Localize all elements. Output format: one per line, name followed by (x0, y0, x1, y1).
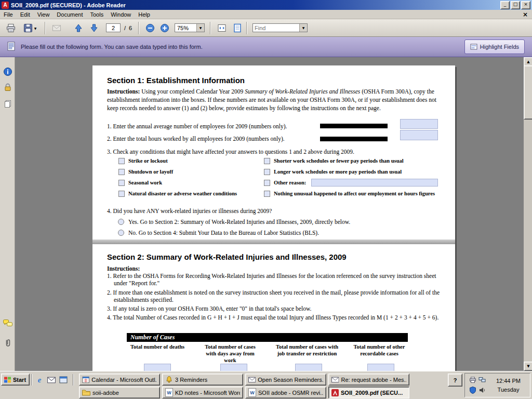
previous-page-button[interactable] (72, 21, 85, 35)
checkbox-shorter-schedules[interactable] (264, 158, 270, 164)
checkbox-label: Longer work schedules or more pay period… (274, 169, 402, 175)
save-button[interactable]: ▼ (20, 21, 39, 35)
menu-edit[interactable]: Edit (17, 10, 34, 19)
radio-yes[interactable] (118, 219, 124, 225)
checkbox-other-reason[interactable] (264, 180, 270, 186)
maximize-button[interactable]: □ (511, 1, 520, 9)
menu-help[interactable]: Help (135, 10, 154, 19)
title-bar[interactable]: A SOII_2009.pdf (SECURED) - Adobe Reader… (0, 0, 532, 10)
network-tray-icon[interactable] (478, 377, 486, 384)
employees-count-field[interactable] (400, 119, 438, 129)
taskbar-button-open-season[interactable]: Open Season Reminders... (245, 374, 326, 385)
taskbar-button-soii-pdf-active[interactable]: SOII_2009.pdf (SECU... (328, 387, 409, 398)
radio-no[interactable] (118, 230, 124, 236)
email-icon (51, 23, 62, 33)
chevron-down-icon[interactable]: ▼ (299, 24, 307, 32)
info-icon (3, 67, 12, 76)
taskbar-button-soii-osmr-word[interactable]: W SOII adobe - OSMR revi... (245, 387, 326, 398)
comments-icon (3, 318, 13, 328)
taskbar-divider (31, 374, 32, 385)
days-away-field[interactable] (220, 364, 247, 371)
highlight-fields-button[interactable]: Highlight Fields (464, 39, 525, 54)
calendar-icon (82, 376, 89, 383)
security-panel-button[interactable] (3, 82, 13, 92)
checkbox-shutdown-layoff[interactable] (118, 169, 125, 175)
clock-day: Tuesday (487, 385, 530, 394)
email-launcher[interactable] (46, 375, 57, 385)
internet-explorer-launcher[interactable]: e (34, 375, 45, 385)
other-recordable-field[interactable] (367, 364, 394, 371)
comments-panel-button[interactable] (3, 318, 13, 328)
fit-width-button[interactable] (215, 21, 229, 35)
fit-page-button[interactable] (231, 21, 244, 35)
email-button[interactable] (50, 21, 63, 35)
minimize-button[interactable]: _ (500, 1, 510, 9)
instructions-label: Instructions: (107, 88, 140, 95)
zoom-out-icon (145, 23, 155, 33)
vertical-scrollbar[interactable]: ▲ ▼ (524, 57, 532, 371)
menu-view[interactable]: View (34, 10, 54, 19)
menu-window[interactable]: Window (107, 10, 135, 19)
checkbox-strike-lockout[interactable] (118, 158, 125, 164)
volume-tray-icon[interactable] (479, 387, 486, 394)
lock-icon (3, 83, 12, 92)
scroll-down-button[interactable]: ▼ (524, 362, 532, 371)
job-transfer-field[interactable] (295, 364, 322, 371)
checkbox-seasonal-work[interactable] (118, 180, 125, 186)
clock-time: 12:44 PM (487, 377, 530, 385)
taskbar-button-soii-folder[interactable]: soii-adobe (79, 387, 160, 398)
checkbox-label: Nothing unusual happened to affect our e… (274, 191, 435, 196)
print-button[interactable] (4, 21, 18, 35)
menu-tools[interactable]: Tools (87, 10, 108, 19)
taskbar-button-reminders[interactable]: 3 Reminders (162, 374, 243, 385)
find-input[interactable] (253, 25, 299, 31)
navigation-panel-strip (0, 57, 15, 371)
find-box[interactable]: ▼ (252, 23, 308, 32)
hours-worked-field[interactable] (400, 130, 438, 140)
close-document-icon[interactable]: × (523, 11, 528, 18)
bell-icon (165, 376, 173, 383)
scrollbar-thumb[interactable] (524, 65, 532, 119)
checkbox-natural-disaster[interactable] (118, 191, 125, 197)
attachments-panel-button[interactable] (3, 338, 13, 348)
zoom-out-button[interactable] (143, 21, 157, 35)
column-header-other-recordable: Total number of other recordable cases (347, 343, 411, 357)
checkbox-label: Other reason: (274, 180, 306, 185)
toolbar-separator (210, 22, 211, 34)
chevron-down-icon[interactable]: ▼ (196, 24, 204, 32)
how-to-panel-button[interactable] (3, 66, 13, 77)
internet-explorer-icon: e (38, 376, 42, 384)
section2-instructions-label: Instructions: (107, 264, 140, 273)
tray-icon-group (468, 375, 487, 396)
instruction-item: 4. The total Number of Cases recorded in… (107, 314, 447, 321)
number-of-cases-header: Number of Cases (127, 333, 408, 342)
zoom-in-button[interactable] (158, 21, 171, 35)
checkbox-longer-schedules[interactable] (264, 169, 270, 175)
windows-logo-icon (4, 376, 11, 383)
section-divider (92, 240, 455, 244)
arrow-down-icon (89, 23, 99, 33)
instructions-italic: Summary of Work-Related Injuries and Ill… (245, 88, 360, 95)
security-shield-tray-icon[interactable] (470, 387, 476, 395)
deaths-field[interactable] (144, 364, 171, 371)
taskbar-button-kd-notes-word[interactable]: W KD notes - Microsoft Word (162, 387, 243, 398)
start-button[interactable]: Start (1, 374, 30, 385)
taskbar-button-outlook-calendar[interactable]: Calendar - Microsoft Outl... (79, 374, 160, 385)
taskbar-button-re-request[interactable]: Re: request adobe - Mes... (328, 374, 409, 385)
pages-icon (3, 99, 12, 109)
taskbar-button-label: KD notes - Microsoft Word (175, 390, 240, 396)
zoom-in-icon (159, 23, 170, 33)
printer-tray-icon[interactable] (469, 377, 476, 384)
other-reason-field[interactable] (311, 179, 438, 187)
menu-file[interactable]: File (0, 10, 17, 19)
help-window-button[interactable]: ? (448, 374, 462, 387)
page-number-input[interactable] (106, 23, 121, 32)
redacted-value-bar (320, 124, 388, 128)
menu-document[interactable]: Document (53, 10, 86, 19)
next-page-button[interactable] (87, 21, 101, 35)
pages-panel-button[interactable] (3, 99, 13, 109)
zoom-level-select[interactable]: 75% ▼ (175, 23, 205, 32)
close-button[interactable]: × (521, 1, 530, 9)
checkbox-nothing-unusual[interactable] (264, 191, 270, 197)
application-launcher[interactable] (58, 375, 69, 385)
